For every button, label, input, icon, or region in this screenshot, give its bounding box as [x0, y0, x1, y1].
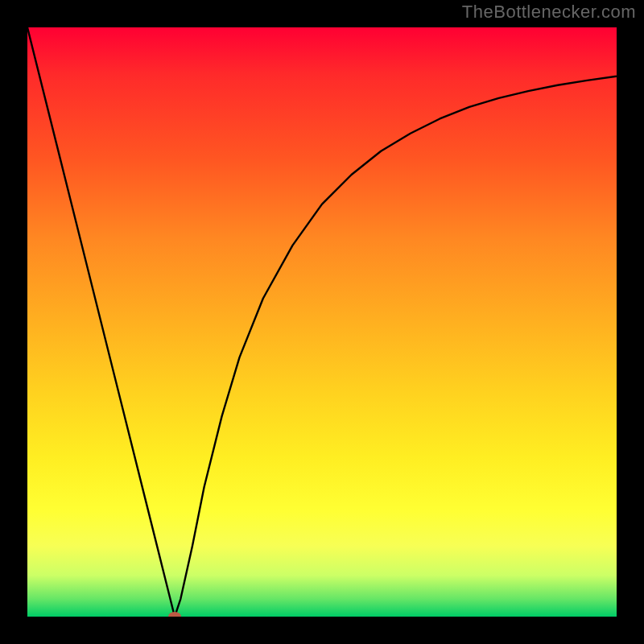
attribution-label: TheBottlenecker.com [462, 2, 636, 23]
curve-minimum-marker [168, 612, 181, 617]
plot-svg [27, 27, 617, 617]
bottleneck-curve [27, 27, 617, 617]
chart-frame: TheBottlenecker.com [0, 0, 644, 644]
plot-area [27, 27, 617, 617]
